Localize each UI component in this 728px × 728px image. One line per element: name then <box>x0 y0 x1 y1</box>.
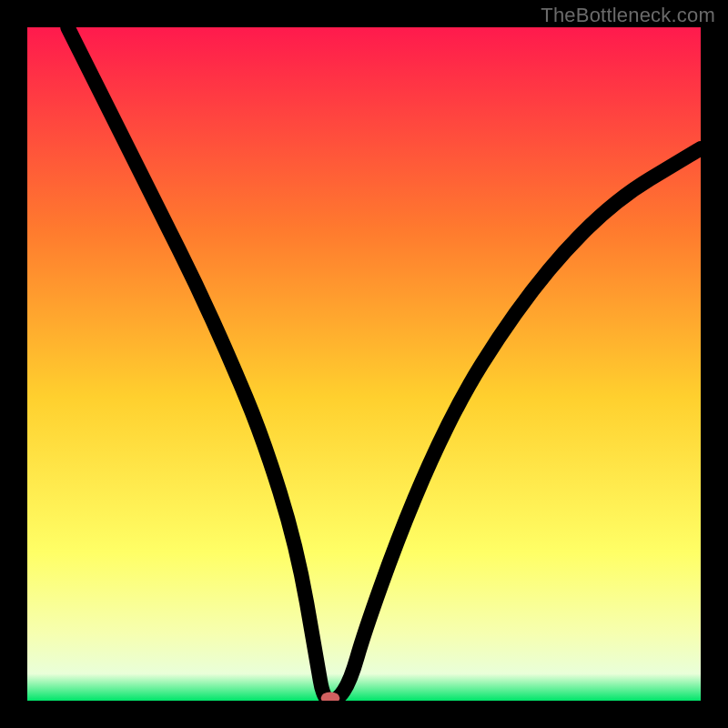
gradient-background <box>27 27 701 701</box>
chart-frame: TheBottleneck.com <box>0 0 728 728</box>
chart-svg <box>27 27 701 701</box>
plot-area <box>27 27 701 701</box>
watermark-text: TheBottleneck.com <box>541 4 715 27</box>
